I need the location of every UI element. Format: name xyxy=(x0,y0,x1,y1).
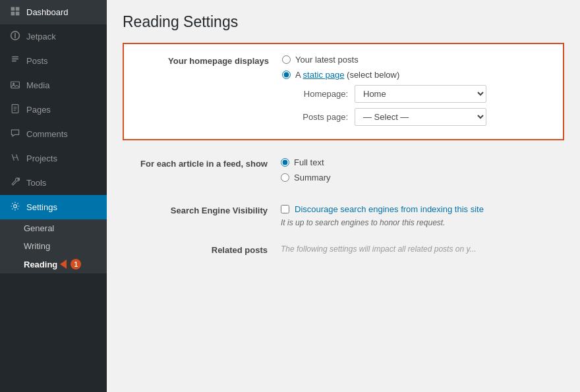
summary-option[interactable]: Summary xyxy=(281,173,564,182)
posts-icon xyxy=(9,55,21,67)
reading-badge-arrow xyxy=(60,260,67,269)
reading-badge: 1 xyxy=(71,259,81,269)
latest-posts-label: Your latest posts xyxy=(295,55,359,65)
sidebar-item-jetpack[interactable]: Jetpack xyxy=(0,24,107,49)
sidebar-item-pages[interactable]: Pages xyxy=(0,98,107,122)
sidebar-item-posts-label: Posts xyxy=(26,56,48,66)
full-text-radio[interactable] xyxy=(281,158,289,167)
sidebar-item-comments[interactable]: Comments xyxy=(0,122,107,146)
search-engine-checkbox-label: Discourage search engines from indexing … xyxy=(295,204,484,214)
settings-icon xyxy=(9,201,21,213)
static-page-option[interactable]: A static page (select below) xyxy=(282,70,550,80)
full-text-option[interactable]: Full text xyxy=(281,157,564,167)
homepage-select-row: Homepage: Home xyxy=(282,85,550,103)
sidebar-item-comments-label: Comments xyxy=(26,129,68,139)
homepage-displays-label: Your homepage displays xyxy=(137,55,282,66)
related-posts-hint: The following settings will impact all r… xyxy=(281,244,477,254)
sidebar-item-media-label: Media xyxy=(26,80,49,90)
posts-page-dropdown[interactable]: — Select — xyxy=(355,108,486,126)
main-content: Reading Settings Your homepage displays … xyxy=(107,0,580,392)
feed-section: For each article in a feed, show Full te… xyxy=(123,150,564,196)
static-page-label: A static page (select below) xyxy=(295,70,399,80)
posts-page-dropdown-label: Posts page: xyxy=(282,112,348,122)
latest-posts-option[interactable]: Your latest posts xyxy=(282,55,550,65)
svg-rect-0 xyxy=(11,7,15,11)
sidebar-item-settings-label: Settings xyxy=(26,202,57,212)
projects-icon xyxy=(9,152,21,165)
related-posts-label: Related posts xyxy=(123,244,281,255)
full-text-label: Full text xyxy=(294,157,324,167)
homepage-displays-content: Your latest posts A static page (select … xyxy=(282,55,550,128)
media-icon xyxy=(9,79,21,92)
homepage-dropdown-label: Homepage: xyxy=(282,89,348,99)
sidebar-item-dashboard-label: Dashboard xyxy=(26,7,69,17)
search-engine-label: Search Engine Visibility xyxy=(123,204,281,215)
comments-icon xyxy=(9,128,21,140)
submenu-item-general[interactable]: General xyxy=(0,219,107,237)
sidebar-item-posts[interactable]: Posts xyxy=(0,49,107,73)
homepage-dropdown[interactable]: Home xyxy=(355,85,486,103)
homepage-section: Your homepage displays Your latest posts… xyxy=(123,43,564,140)
related-posts-section: Related posts The following settings wil… xyxy=(123,236,564,263)
feed-content: Full text Summary xyxy=(281,157,564,188)
search-engine-section: Search Engine Visibility Discourage sear… xyxy=(123,196,564,236)
submenu-reading-label: Reading xyxy=(24,260,57,269)
static-page-link[interactable]: static page xyxy=(303,70,345,80)
static-page-radio[interactable] xyxy=(282,70,291,79)
sidebar: Dashboard Jetpack Posts Media Pages Comm… xyxy=(0,0,107,392)
related-posts-content: The following settings will impact all r… xyxy=(281,244,564,254)
summary-radio[interactable] xyxy=(281,173,289,182)
sidebar-item-settings[interactable]: Settings xyxy=(0,195,107,219)
search-engine-hint: It is up to search engines to honor this… xyxy=(281,218,564,227)
submenu-general-label: General xyxy=(24,223,54,233)
submenu-writing-label: Writing xyxy=(24,241,50,251)
svg-rect-1 xyxy=(16,7,20,11)
tools-icon xyxy=(9,177,21,189)
svg-rect-3 xyxy=(16,12,20,16)
page-title: Reading Settings xyxy=(123,13,564,31)
sidebar-item-projects-label: Projects xyxy=(26,154,57,163)
settings-submenu: General Writing Reading 1 xyxy=(0,219,107,273)
pages-icon xyxy=(9,103,21,116)
latest-posts-radio[interactable] xyxy=(282,55,291,64)
svg-rect-2 xyxy=(11,12,15,16)
search-engine-checkbox[interactable] xyxy=(281,205,289,213)
svg-rect-6 xyxy=(11,82,20,88)
submenu-item-reading[interactable]: Reading 1 xyxy=(0,255,107,273)
dashboard-icon xyxy=(9,6,21,18)
sidebar-item-jetpack-label: Jetpack xyxy=(26,32,56,42)
posts-page-select-row: Posts page: — Select — xyxy=(282,108,550,126)
sidebar-item-media[interactable]: Media xyxy=(0,73,107,98)
sidebar-item-tools[interactable]: Tools xyxy=(0,171,107,195)
search-engine-content: Discourage search engines from indexing … xyxy=(281,204,564,227)
svg-point-12 xyxy=(14,205,17,208)
submenu-item-writing[interactable]: Writing xyxy=(0,237,107,255)
sidebar-item-tools-label: Tools xyxy=(26,178,46,188)
sidebar-item-dashboard[interactable]: Dashboard xyxy=(0,0,107,24)
summary-label: Summary xyxy=(294,173,331,182)
search-engine-checkbox-row[interactable]: Discourage search engines from indexing … xyxy=(281,204,564,214)
sidebar-item-pages-label: Pages xyxy=(26,105,51,115)
feed-label: For each article in a feed, show xyxy=(123,157,281,169)
sidebar-item-projects[interactable]: Projects xyxy=(0,146,107,171)
jetpack-icon xyxy=(9,30,21,43)
